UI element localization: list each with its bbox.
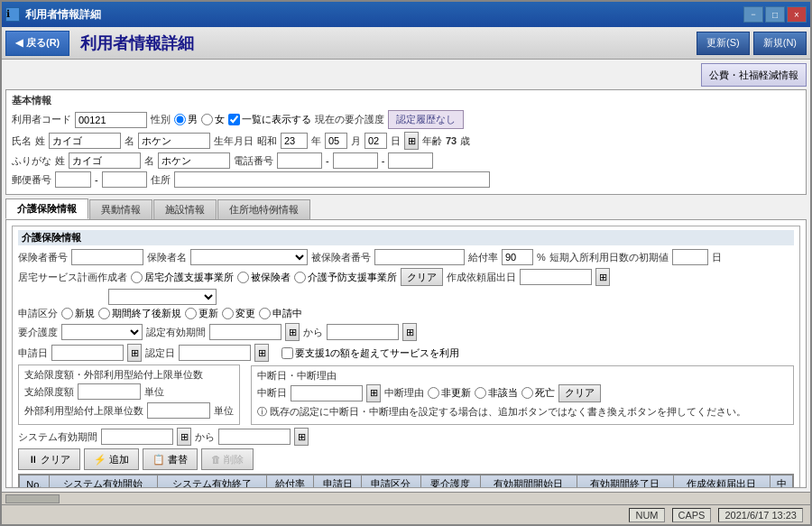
valid-period-start-cal[interactable]: ⊞ (285, 323, 300, 341)
postal-input1[interactable] (55, 171, 91, 188)
home-plan-clear-btn[interactable]: クリア (401, 268, 443, 286)
close-button[interactable]: × (787, 6, 807, 23)
col-care-level: 要介護度 (420, 475, 480, 489)
death-radio[interactable]: 死亡 (521, 386, 555, 400)
valid-period-start-input[interactable] (209, 324, 281, 340)
care-level-select[interactable] (61, 324, 143, 340)
mid-break-section: 中断日・中断理由 中断日 ⊞ 中断理由 非更新 (251, 365, 794, 425)
system-period-end-cal[interactable]: ⊞ (294, 428, 309, 446)
postal-input2[interactable] (102, 171, 147, 188)
break-day-input[interactable] (291, 385, 363, 401)
insurer-no-input[interactable] (71, 249, 143, 265)
notice-row: ⓘ 既存の認定に中断日・中断理由を設定する場合は、追加ボタンではなく書き換えボタ… (257, 405, 788, 419)
app-date-input[interactable] (51, 345, 124, 361)
system-period-label: システム有効期間 (18, 430, 97, 444)
user-code-row: 利用者コード 性別 男 女 一覧に表示する 現在の要介護度 認定履歴なし (12, 110, 800, 129)
furigana-mei-input[interactable] (158, 152, 230, 169)
cert-date-input[interactable] (179, 345, 251, 361)
birthdate-era: 昭和 (257, 134, 277, 148)
sei-input[interactable] (49, 133, 121, 149)
user-code-input[interactable] (75, 112, 147, 128)
short-stay-input[interactable] (672, 249, 708, 265)
add-btn[interactable]: 追加 (84, 448, 139, 470)
valid-period-end-cal[interactable]: ⊞ (402, 323, 417, 341)
valid-period-label: 認定有効期間 (146, 326, 206, 339)
gender-female-radio[interactable]: 女 (201, 113, 225, 126)
col-sys-end: システム有効終了 (158, 475, 267, 489)
minimize-button[interactable]: － (743, 6, 763, 23)
limit-amount-input[interactable] (78, 383, 141, 400)
delete-btn[interactable]: 削除 (201, 448, 254, 470)
notice-text: ⓘ 既存の認定に中断日・中断理由を設定する場合は、追加ボタンではなく書き換えボタ… (257, 405, 746, 419)
birthdate-month-input[interactable] (325, 133, 347, 149)
home-plan-label: 居宅サービス計画作成者 (18, 271, 127, 284)
back-button[interactable]: ◀ 戻る(R) (5, 31, 69, 56)
tab-care-insurance[interactable]: 介護保険情報 (5, 198, 88, 219)
insurer-name-select[interactable] (190, 249, 308, 265)
furigana-sei-input[interactable] (69, 152, 141, 169)
non-applicable-radio[interactable]: 非該当 (475, 386, 518, 400)
address-input[interactable] (174, 171, 490, 188)
new-button[interactable]: 新規(N) (753, 32, 807, 55)
update-radio[interactable]: 更新 (185, 307, 218, 320)
insured-no-input[interactable] (374, 249, 465, 265)
application-row: 申請区分 新規 期間終了後新規 更新 変更 (18, 307, 794, 320)
creation-request-input[interactable] (520, 269, 592, 285)
cert-date-cal[interactable]: ⊞ (254, 344, 269, 362)
table-header-row: No. システム有効開始 システム有効終了 給付率 申請日 申請区分 要介護度 … (20, 475, 793, 489)
scrollbar-horizontal[interactable] (2, 492, 810, 504)
home-care-radio[interactable]: 居宅介護支援事業所 (131, 271, 234, 284)
kohi-button[interactable]: 公費・社福軽減情報 (701, 63, 807, 87)
applying-radio[interactable]: 申請中 (259, 307, 302, 320)
mid-break-title: 中断日・中断理由 (257, 370, 337, 381)
furigana-mei-label: 名 (144, 154, 154, 168)
app-date-cal[interactable]: ⊞ (127, 344, 142, 362)
change-radio[interactable]: 変更 (222, 307, 255, 320)
postal-label: 郵便番号 (12, 173, 51, 187)
tab-facility[interactable]: 施設情報 (153, 199, 217, 219)
tab-address-special[interactable]: 住所地特例情報 (217, 199, 310, 219)
scrollbar-thumb[interactable] (5, 494, 60, 503)
system-period-start-cal[interactable]: ⊞ (177, 428, 191, 446)
list-display-checkbox[interactable]: 一覧に表示する (228, 113, 311, 126)
break-clear-btn[interactable]: クリア (558, 384, 601, 402)
home-plan-select[interactable] (108, 289, 217, 305)
col-valid-end: 有効期間終了日 (577, 475, 673, 489)
phone-input3[interactable] (388, 152, 433, 169)
maximize-button[interactable]: □ (765, 6, 785, 23)
limit-title: 支給限度額・外部利用型給付上限単位数 (24, 369, 203, 380)
insured-radio[interactable]: 被保険者 (237, 271, 291, 284)
gender-male-radio[interactable]: 男 (174, 113, 198, 126)
prevention-radio[interactable]: 介護予防支援事業所 (294, 271, 397, 284)
clear-bottom-btn[interactable]: クリア (18, 448, 80, 470)
payment-rate-input[interactable] (502, 249, 533, 265)
sei-label: 姓 (35, 134, 45, 148)
col-sys-start: システム有効開始 (49, 475, 158, 489)
tab-transfer[interactable]: 異動情報 (89, 199, 152, 219)
mei-input[interactable] (138, 133, 210, 149)
creation-request-calendar-btn[interactable]: ⊞ (595, 268, 610, 286)
external-limit-input[interactable] (147, 402, 210, 419)
home-plan-row: 居宅サービス計画作成者 居宅介護支援事業所 被保険者 介護予防支援事業所 クリア (18, 268, 794, 286)
system-period-end-input[interactable] (218, 429, 291, 445)
non-renewal-radio[interactable]: 非更新 (428, 386, 471, 400)
limit-break-row: 支給限度額・外部利用型給付上限単位数 支給限度額 単位 外部利用型給付上限単位数… (18, 365, 794, 425)
support1-exceed-checkbox[interactable]: 要支援1の額を超えてサービスを利用 (281, 346, 459, 360)
new-radio[interactable]: 新規 (61, 307, 95, 320)
valid-period-end-input[interactable] (327, 324, 399, 340)
insured-no-label: 被保険者番号 (311, 251, 371, 264)
window-title: 利用者情報詳細 (25, 7, 743, 23)
birthdate-day-input[interactable] (364, 133, 387, 149)
system-period-start-input[interactable] (101, 429, 173, 445)
phone-input2[interactable] (333, 152, 378, 169)
approval-history-button[interactable]: 認定履歴なし (388, 110, 464, 129)
page-title: 利用者情報詳細 (80, 32, 697, 54)
caps-status: CAPS (672, 508, 712, 522)
birthdate-year-input[interactable] (281, 133, 308, 149)
rewrite-btn[interactable]: 書替 (143, 448, 198, 470)
birthdate-calendar-btn[interactable]: ⊞ (404, 132, 419, 150)
period-end-radio[interactable]: 期間終了後新規 (98, 307, 181, 320)
phone-input1[interactable] (277, 152, 322, 169)
update-button[interactable]: 更新(S) (697, 32, 750, 55)
break-day-cal[interactable]: ⊞ (366, 384, 381, 402)
